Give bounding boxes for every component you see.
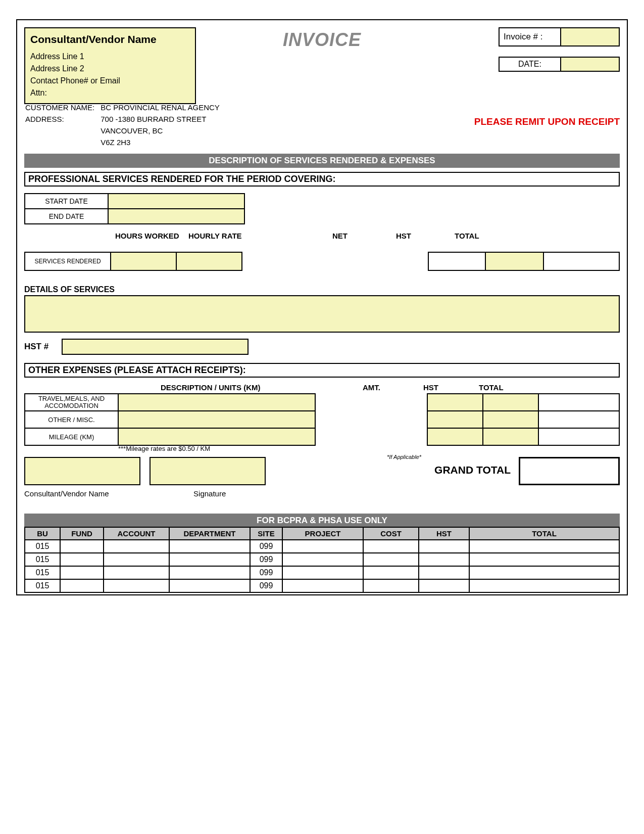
other-hst[interactable] [483,411,538,428]
hst-field[interactable] [486,252,544,271]
use-hst[interactable] [419,553,469,566]
vendor-box[interactable]: Consultant/Vendor Name Address Line 1 Ad… [24,27,196,104]
use-row: 015 099 [25,540,619,553]
use-hdr-hst: HST [419,527,469,540]
use-total[interactable] [469,540,619,553]
signature-label: Signature [152,489,268,498]
mileage-total[interactable] [538,428,619,445]
use-dept[interactable] [169,579,250,592]
services-rendered-row: SERVICES RENDERED [24,252,242,271]
use-bu[interactable]: 015 [25,540,60,553]
use-dept[interactable] [169,553,250,566]
use-fund[interactable] [60,540,104,553]
use-total[interactable] [469,553,619,566]
use-hdr-fund: FUND [60,527,104,540]
invoice-date-field[interactable] [560,58,619,71]
use-bu[interactable]: 015 [25,553,60,566]
use-account[interactable] [104,566,169,579]
use-cost[interactable] [363,566,419,579]
use-project[interactable] [282,579,363,592]
other-desc-field[interactable] [118,411,315,428]
use-site[interactable]: 099 [250,553,282,566]
exp-desc-header: DESCRIPTION / UNITS (KM) [161,383,261,392]
invoice-date-row: DATE: [499,57,620,72]
use-fund[interactable] [60,553,104,566]
other-misc-label: OTHER / MISC. [25,411,118,428]
total-field[interactable] [544,252,620,271]
use-total[interactable] [469,566,619,579]
use-dept[interactable] [169,540,250,553]
services-totals-row [428,252,620,271]
exp-amt-header: AMT. [363,383,380,392]
internal-use-bar: FOR BCPRA & PHSA USE ONLY [24,514,620,528]
consultant-name-field[interactable] [24,457,140,485]
vendor-addr1: Address Line 1 [30,51,190,63]
use-cost[interactable] [363,540,419,553]
use-project[interactable] [282,553,363,566]
mileage-rate-note: ***Mileage rates are $0.50 / KM [118,445,210,452]
use-hdr-bu: BU [25,527,60,540]
invoice-number-label: Invoice # : [500,28,560,45]
services-rendered-label: SERVICES RENDERED [24,252,111,271]
customer-name: BC PROVINCIAL RENAL AGENCY [101,102,225,113]
use-dept[interactable] [169,566,250,579]
use-hst[interactable] [419,540,469,553]
hst-header: HST [396,231,411,240]
other-amt[interactable] [427,411,483,428]
details-field[interactable] [24,295,620,333]
net-field[interactable] [428,252,486,271]
use-total[interactable] [469,579,619,592]
travel-label: TRAVEL,MEALS, AND ACCOMODATION [25,394,118,411]
travel-desc-field[interactable] [118,394,315,411]
use-site[interactable]: 099 [250,579,282,592]
end-date-field[interactable] [108,209,244,224]
rate-header: HOURLY RATE [188,231,242,240]
page: Consultant/Vendor Name Address Line 1 Ad… [0,0,644,834]
start-date-label: START DATE [25,194,108,209]
mileage-amt[interactable] [427,428,483,445]
use-account[interactable] [104,553,169,566]
use-row: 015 099 [25,553,619,566]
invoice-number-field[interactable] [560,28,619,45]
expense-amounts-table [427,393,620,446]
exp-total-header: TOTAL [479,383,504,392]
use-account[interactable] [104,540,169,553]
use-bu[interactable]: 015 [25,579,60,592]
customer-addr1: 700 -1380 BURRARD STREET [101,114,225,124]
travel-amt[interactable] [427,394,483,411]
details-label: DETAILS OF SERVICES [24,285,115,294]
use-hst[interactable] [419,579,469,592]
professional-services-header: PROFESSIONAL SERVICES RENDERED FOR THE P… [24,172,620,187]
use-hdr-total: TOTAL [469,527,619,540]
use-fund[interactable] [60,579,104,592]
use-bu[interactable]: 015 [25,566,60,579]
internal-use-table: BU FUND ACCOUNT DEPARTMENT SITE PROJECT … [24,527,620,593]
hst-number-label: HST # [24,342,48,352]
hst-number-field[interactable] [62,339,249,355]
hours-worked-field[interactable] [111,252,177,271]
hours-header: HOURS WORKED [115,231,179,240]
customer-addr-label: ADDRESS: [25,114,100,124]
hourly-rate-field[interactable] [177,252,242,271]
start-date-field[interactable] [108,194,244,209]
hst-number-row: HST # [24,339,249,355]
use-cost[interactable] [363,579,419,592]
mileage-desc-field[interactable] [118,428,315,445]
signature-field[interactable] [150,457,266,485]
use-hst[interactable] [419,566,469,579]
mileage-hst[interactable] [483,428,538,445]
use-site[interactable]: 099 [250,566,282,579]
invoice-date-label: DATE: [500,58,560,71]
other-total[interactable] [538,411,619,428]
use-project[interactable] [282,540,363,553]
use-project[interactable] [282,566,363,579]
grand-total-field[interactable] [519,457,620,485]
use-cost[interactable] [363,553,419,566]
use-hdr-account: ACCOUNT [104,527,169,540]
vendor-addr2: Address Line 2 [30,63,190,75]
travel-hst[interactable] [483,394,538,411]
travel-total[interactable] [538,394,619,411]
use-site[interactable]: 099 [250,540,282,553]
use-fund[interactable] [60,566,104,579]
use-account[interactable] [104,579,169,592]
